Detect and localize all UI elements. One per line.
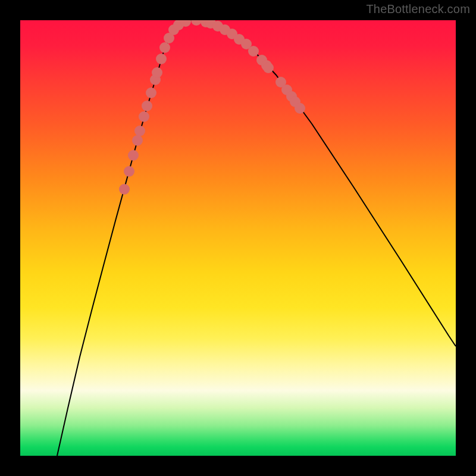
marker-dot: [295, 103, 305, 114]
marker-dot: [142, 101, 152, 111]
plot-area: [20, 20, 456, 456]
marker-dot: [191, 20, 202, 26]
marker-dot: [152, 67, 162, 78]
marker-dot: [146, 87, 156, 98]
marker-dot: [139, 111, 149, 122]
curve-path: [57, 20, 456, 456]
marker-dot: [156, 54, 167, 64]
marker-dot-layer: [119, 20, 305, 195]
marker-dot: [159, 42, 170, 53]
marker-dot: [119, 184, 130, 195]
marker-dot: [263, 62, 274, 73]
marker-dot: [124, 166, 134, 177]
chart-svg: [20, 20, 456, 456]
marker-dot: [132, 135, 143, 146]
marker-dot: [128, 150, 139, 161]
marker-dot: [248, 46, 259, 57]
watermark-text: TheBottleneck.com: [366, 2, 470, 16]
marker-dot: [134, 126, 145, 136]
chart-frame: TheBottleneck.com: [0, 0, 476, 476]
